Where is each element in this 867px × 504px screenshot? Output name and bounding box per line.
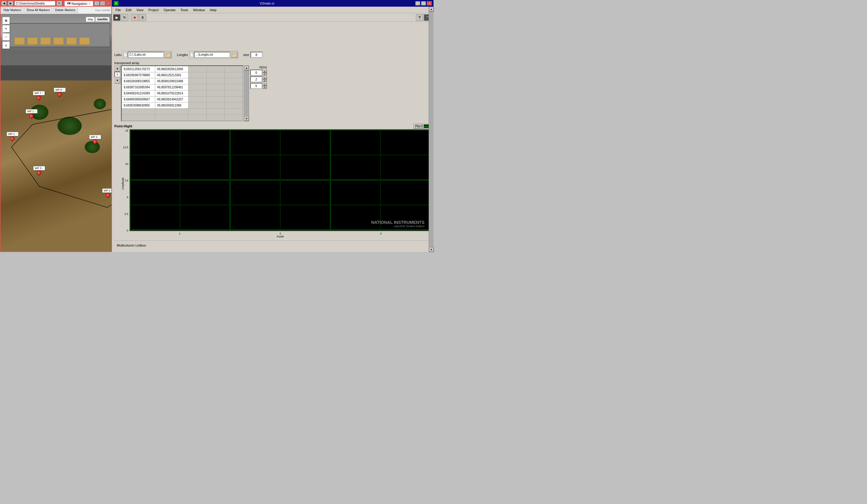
satellite-view-button[interactable]: Satellite [95, 17, 109, 22]
cell-r1c1[interactable]: 49,860125213301 [155, 72, 189, 78]
menu-file[interactable]: File [113, 8, 124, 12]
zoom-out-button[interactable]: − [2, 33, 10, 41]
hm-input-1[interactable]: 2 [250, 76, 262, 82]
table-row-empty [122, 115, 243, 121]
parking-area [0, 65, 112, 81]
menu-view[interactable]: View [134, 8, 146, 12]
window-close-button[interactable]: × [106, 1, 111, 6]
array-scrollbar[interactable]: ▲ ▼ [244, 65, 249, 121]
longtiu-file-input[interactable]: ...\Longtiu.txt [194, 52, 230, 58]
menu-tools[interactable]: Tools [178, 8, 191, 12]
marker-close-wp6[interactable]: × [63, 89, 64, 92]
zoom-control[interactable]: ||| [2, 41, 10, 49]
lv-minimize-button[interactable]: − [415, 1, 420, 6]
waypoint-wp3[interactable]: WP 3 × [33, 166, 45, 175]
cell-r1c0[interactable]: 8,68295967578888 [122, 72, 155, 78]
waypoint-wp4[interactable]: WP 4 × [102, 189, 112, 197]
lv-close-button[interactable]: × [427, 1, 432, 6]
help-button[interactable]: ? [416, 14, 423, 21]
labview-icon: ⊞ [114, 1, 119, 6]
latiu-file-input[interactable]: C:\.\Latiu.txt [128, 52, 164, 58]
window-maximize-button[interactable]: □ [100, 1, 105, 6]
zoom-in-button[interactable]: + [2, 25, 10, 32]
hm-increment-2[interactable]: ▲ [263, 83, 267, 86]
chart-canvas[interactable]: NATIONAL INSTRUMENTS LabVIEW Student Edi… [129, 129, 431, 232]
marker-close-wp2[interactable]: × [15, 133, 17, 136]
pause-button[interactable]: ⏸ [139, 14, 146, 21]
array-scroll-up[interactable]: ▲ [114, 65, 120, 72]
back-button[interactable]: ◀ [1, 1, 7, 6]
x-axis-name: Punkt [129, 235, 431, 238]
cell-r6c1[interactable]: 49,860356912366 [155, 103, 189, 109]
cell-r0c3 [207, 66, 225, 72]
marker-close-wp5-visible[interactable]: × [98, 136, 99, 139]
marker-close-wp7[interactable]: × [42, 92, 43, 95]
cell-r2c0[interactable]: 8,68326008319855 [122, 78, 155, 84]
delete-markers-button[interactable]: Delete Markers [53, 8, 78, 13]
marker-close-wp3[interactable]: × [42, 167, 44, 170]
menu-operate[interactable]: Operate [161, 8, 178, 12]
labview-titlebar: ⊞ V2main.vi − □ × [112, 0, 434, 7]
scroll-up-button[interactable]: ▲ [244, 66, 249, 71]
run-cont-button[interactable]: ↻ [121, 14, 128, 21]
hm-input-2[interactable]: 0 [250, 83, 262, 89]
cell-r5c0[interactable]: 8,68400305509567 [122, 97, 155, 103]
y-label-5: 5 [127, 196, 128, 199]
map-view-button[interactable]: Map [86, 17, 95, 22]
waypoint-wp5-visible[interactable]: WP 3 × [89, 135, 101, 144]
ni-sub-text: LabVIEW Student Edition [371, 225, 425, 228]
waypoint-wp6[interactable]: WP 6 × [54, 88, 66, 97]
navigation-tab[interactable]: 🗺 Navigation × [64, 1, 93, 6]
run-button[interactable]: ▶ [113, 14, 120, 21]
waypoint-wp1[interactable]: WP 1 × [26, 109, 38, 118]
refresh-button[interactable]: ↻ [56, 1, 62, 6]
waypoint-wp2[interactable]: WP 2 × [7, 132, 19, 141]
address-bar[interactable]: C:\Users\vvvy\Deskto [14, 1, 55, 6]
chart-wrapper: Amplitude 15 12,5 10 7,5 5 2,5 0 [114, 129, 431, 238]
cell-r6c0[interactable]: 8,68353098630905 [122, 103, 155, 109]
longtiu-browse-button[interactable]: 📂 [231, 52, 237, 58]
size-input[interactable]: 8 [250, 52, 263, 58]
y-label-10: 10 [125, 162, 128, 165]
hm-decrement-2[interactable]: ▼ [263, 86, 267, 89]
menu-project[interactable]: Project [146, 8, 161, 12]
cell-r4c1[interactable]: 49,8601079222814 [155, 90, 189, 97]
latiu-browse-button[interactable]: 📂 [164, 52, 171, 58]
latiu-field-group: Latiu 📄 C:\.\Latiu.txt 📂 [114, 51, 172, 59]
map-area[interactable]: Ollie-Bock-Straße Ollie-Bock-Straße Olli… [0, 14, 112, 251]
menu-edit[interactable]: Edit [124, 8, 134, 12]
tab-close-button[interactable]: × [89, 2, 90, 6]
array-scroll-down[interactable]: ▼ [114, 77, 120, 84]
cell-r0c1[interactable]: 49,8602825612946 [155, 66, 189, 72]
cell-r3c1[interactable]: 49,8597811208481 [155, 84, 189, 90]
cell-r0c0[interactable]: 8,68311256170273 [122, 66, 155, 72]
hm-decrement-1[interactable]: ▼ [263, 79, 267, 82]
marker-close-wp1[interactable]: × [34, 110, 36, 113]
scroll-down-button[interactable]: ▼ [244, 116, 249, 121]
right-scroll-up[interactable]: ▲ [429, 7, 434, 11]
menu-window[interactable]: Window [191, 8, 207, 12]
right-scroll-track[interactable] [429, 11, 434, 247]
cell-r2c1[interactable]: 49,8599159915488 [155, 78, 189, 84]
forward-button[interactable]: ▶ [8, 1, 13, 6]
hm-input-0[interactable]: 0 [250, 69, 262, 76]
waypoint-wp7[interactable]: WP 7 × [33, 91, 45, 100]
window-minimize-button[interactable]: − [94, 1, 99, 6]
hm-increment-0[interactable]: ▲ [263, 70, 267, 73]
hm-increment-1[interactable]: ▲ [263, 76, 267, 79]
compass-button[interactable]: ⊕ [2, 17, 10, 24]
menu-help[interactable]: Help [207, 8, 219, 12]
cell-r4c0[interactable]: 8,68458241224289 [122, 90, 155, 97]
show-all-markers-button[interactable]: Show All Markers [24, 8, 52, 13]
cell-r3c0[interactable]: 8,68387162685394 [122, 84, 155, 90]
hm-decrement-0[interactable]: ▼ [263, 73, 267, 75]
abort-button[interactable]: ■ [131, 14, 138, 21]
scroll-track[interactable] [244, 71, 249, 116]
cell-r5c1[interactable]: 49,8603914942207 [155, 97, 189, 103]
hm-label: H(m) [250, 65, 267, 69]
right-scroll-down[interactable]: ▼ [429, 247, 434, 252]
right-scrollbar[interactable]: ▲ ▼ [429, 7, 434, 252]
lv-maximize-button[interactable]: □ [421, 1, 426, 6]
hm-value-2: 0 ▲ ▼ [250, 83, 267, 89]
hide-markers-button[interactable]: Hide Markers [1, 8, 23, 13]
